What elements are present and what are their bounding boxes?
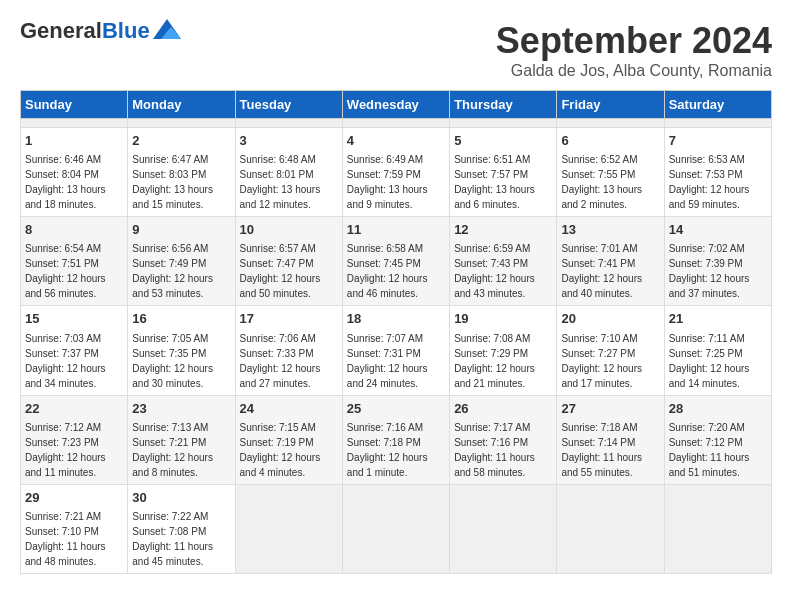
day-number: 20 — [561, 310, 659, 328]
day-info: Sunrise: 7:18 AMSunset: 7:14 PMDaylight:… — [561, 420, 659, 480]
logo: GeneralBlue — [20, 20, 181, 42]
day-info: Sunrise: 7:07 AMSunset: 7:31 PMDaylight:… — [347, 331, 445, 391]
day-info: Sunrise: 7:15 AMSunset: 7:19 PMDaylight:… — [240, 420, 338, 480]
day-number: 18 — [347, 310, 445, 328]
day-info: Sunrise: 7:16 AMSunset: 7:18 PMDaylight:… — [347, 420, 445, 480]
calendar-cell: 15Sunrise: 7:03 AMSunset: 7:37 PMDayligh… — [21, 306, 128, 395]
day-info: Sunrise: 6:47 AMSunset: 8:03 PMDaylight:… — [132, 152, 230, 212]
day-number: 5 — [454, 132, 552, 150]
day-number: 26 — [454, 400, 552, 418]
day-number: 4 — [347, 132, 445, 150]
calendar-cell: 5Sunrise: 6:51 AMSunset: 7:57 PMDaylight… — [450, 128, 557, 217]
logo-blue: Blue — [102, 18, 150, 43]
day-number: 24 — [240, 400, 338, 418]
calendar-cell: 6Sunrise: 6:52 AMSunset: 7:55 PMDaylight… — [557, 128, 664, 217]
calendar-cell: 23Sunrise: 7:13 AMSunset: 7:21 PMDayligh… — [128, 395, 235, 484]
day-number: 15 — [25, 310, 123, 328]
day-number: 14 — [669, 221, 767, 239]
calendar-cell: 8Sunrise: 6:54 AMSunset: 7:51 PMDaylight… — [21, 217, 128, 306]
day-number: 22 — [25, 400, 123, 418]
calendar-week-row: 22Sunrise: 7:12 AMSunset: 7:23 PMDayligh… — [21, 395, 772, 484]
calendar-cell: 7Sunrise: 6:53 AMSunset: 7:53 PMDaylight… — [664, 128, 771, 217]
day-info: Sunrise: 7:12 AMSunset: 7:23 PMDaylight:… — [25, 420, 123, 480]
calendar-cell — [235, 119, 342, 128]
day-number: 27 — [561, 400, 659, 418]
calendar-cell: 27Sunrise: 7:18 AMSunset: 7:14 PMDayligh… — [557, 395, 664, 484]
calendar-cell: 30Sunrise: 7:22 AMSunset: 7:08 PMDayligh… — [128, 484, 235, 573]
day-info: Sunrise: 7:21 AMSunset: 7:10 PMDaylight:… — [25, 509, 123, 569]
day-number: 2 — [132, 132, 230, 150]
day-info: Sunrise: 6:46 AMSunset: 8:04 PMDaylight:… — [25, 152, 123, 212]
calendar-cell — [342, 119, 449, 128]
day-info: Sunrise: 7:13 AMSunset: 7:21 PMDaylight:… — [132, 420, 230, 480]
calendar-cell: 21Sunrise: 7:11 AMSunset: 7:25 PMDayligh… — [664, 306, 771, 395]
calendar-cell — [450, 484, 557, 573]
calendar-cell: 19Sunrise: 7:08 AMSunset: 7:29 PMDayligh… — [450, 306, 557, 395]
calendar-header-row: Sunday Monday Tuesday Wednesday Thursday… — [21, 91, 772, 119]
calendar-cell: 1Sunrise: 6:46 AMSunset: 8:04 PMDaylight… — [21, 128, 128, 217]
calendar-cell — [664, 119, 771, 128]
day-info: Sunrise: 6:52 AMSunset: 7:55 PMDaylight:… — [561, 152, 659, 212]
day-number: 10 — [240, 221, 338, 239]
day-number: 29 — [25, 489, 123, 507]
calendar-cell — [557, 119, 664, 128]
day-info: Sunrise: 7:10 AMSunset: 7:27 PMDaylight:… — [561, 331, 659, 391]
calendar-week-row: 1Sunrise: 6:46 AMSunset: 8:04 PMDaylight… — [21, 128, 772, 217]
day-info: Sunrise: 6:57 AMSunset: 7:47 PMDaylight:… — [240, 241, 338, 301]
calendar-cell: 13Sunrise: 7:01 AMSunset: 7:41 PMDayligh… — [557, 217, 664, 306]
calendar-cell: 16Sunrise: 7:05 AMSunset: 7:35 PMDayligh… — [128, 306, 235, 395]
calendar-cell: 12Sunrise: 6:59 AMSunset: 7:43 PMDayligh… — [450, 217, 557, 306]
calendar-cell: 26Sunrise: 7:17 AMSunset: 7:16 PMDayligh… — [450, 395, 557, 484]
logo-text: GeneralBlue — [20, 20, 150, 42]
day-number: 25 — [347, 400, 445, 418]
page-header: GeneralBlue September 2024 Galda de Jos,… — [20, 20, 772, 80]
location: Galda de Jos, Alba County, Romania — [496, 62, 772, 80]
day-info: Sunrise: 7:20 AMSunset: 7:12 PMDaylight:… — [669, 420, 767, 480]
day-number: 6 — [561, 132, 659, 150]
calendar-cell: 10Sunrise: 6:57 AMSunset: 7:47 PMDayligh… — [235, 217, 342, 306]
calendar-cell — [21, 119, 128, 128]
calendar-cell — [128, 119, 235, 128]
day-number: 12 — [454, 221, 552, 239]
day-info: Sunrise: 6:49 AMSunset: 7:59 PMDaylight:… — [347, 152, 445, 212]
calendar-cell: 9Sunrise: 6:56 AMSunset: 7:49 PMDaylight… — [128, 217, 235, 306]
month-title: September 2024 — [496, 20, 772, 62]
day-info: Sunrise: 6:48 AMSunset: 8:01 PMDaylight:… — [240, 152, 338, 212]
calendar-cell: 28Sunrise: 7:20 AMSunset: 7:12 PMDayligh… — [664, 395, 771, 484]
col-friday: Friday — [557, 91, 664, 119]
calendar-cell: 22Sunrise: 7:12 AMSunset: 7:23 PMDayligh… — [21, 395, 128, 484]
day-info: Sunrise: 6:59 AMSunset: 7:43 PMDaylight:… — [454, 241, 552, 301]
calendar-week-row: 15Sunrise: 7:03 AMSunset: 7:37 PMDayligh… — [21, 306, 772, 395]
calendar-cell — [235, 484, 342, 573]
day-info: Sunrise: 7:05 AMSunset: 7:35 PMDaylight:… — [132, 331, 230, 391]
calendar-week-row: 8Sunrise: 6:54 AMSunset: 7:51 PMDaylight… — [21, 217, 772, 306]
day-number: 1 — [25, 132, 123, 150]
calendar-cell: 11Sunrise: 6:58 AMSunset: 7:45 PMDayligh… — [342, 217, 449, 306]
day-number: 30 — [132, 489, 230, 507]
calendar-table: Sunday Monday Tuesday Wednesday Thursday… — [20, 90, 772, 574]
day-number: 19 — [454, 310, 552, 328]
calendar-cell — [342, 484, 449, 573]
day-info: Sunrise: 7:08 AMSunset: 7:29 PMDaylight:… — [454, 331, 552, 391]
logo-general: General — [20, 18, 102, 43]
calendar-cell: 29Sunrise: 7:21 AMSunset: 7:10 PMDayligh… — [21, 484, 128, 573]
day-info: Sunrise: 6:54 AMSunset: 7:51 PMDaylight:… — [25, 241, 123, 301]
calendar-cell: 24Sunrise: 7:15 AMSunset: 7:19 PMDayligh… — [235, 395, 342, 484]
calendar-cell: 17Sunrise: 7:06 AMSunset: 7:33 PMDayligh… — [235, 306, 342, 395]
day-info: Sunrise: 7:01 AMSunset: 7:41 PMDaylight:… — [561, 241, 659, 301]
calendar-week-row — [21, 119, 772, 128]
calendar-cell: 18Sunrise: 7:07 AMSunset: 7:31 PMDayligh… — [342, 306, 449, 395]
day-info: Sunrise: 7:17 AMSunset: 7:16 PMDaylight:… — [454, 420, 552, 480]
calendar-cell: 25Sunrise: 7:16 AMSunset: 7:18 PMDayligh… — [342, 395, 449, 484]
calendar-cell: 20Sunrise: 7:10 AMSunset: 7:27 PMDayligh… — [557, 306, 664, 395]
day-info: Sunrise: 6:58 AMSunset: 7:45 PMDaylight:… — [347, 241, 445, 301]
day-number: 28 — [669, 400, 767, 418]
day-info: Sunrise: 7:02 AMSunset: 7:39 PMDaylight:… — [669, 241, 767, 301]
day-info: Sunrise: 7:06 AMSunset: 7:33 PMDaylight:… — [240, 331, 338, 391]
day-info: Sunrise: 6:51 AMSunset: 7:57 PMDaylight:… — [454, 152, 552, 212]
day-number: 9 — [132, 221, 230, 239]
col-tuesday: Tuesday — [235, 91, 342, 119]
calendar-cell — [557, 484, 664, 573]
day-info: Sunrise: 7:11 AMSunset: 7:25 PMDaylight:… — [669, 331, 767, 391]
day-number: 8 — [25, 221, 123, 239]
